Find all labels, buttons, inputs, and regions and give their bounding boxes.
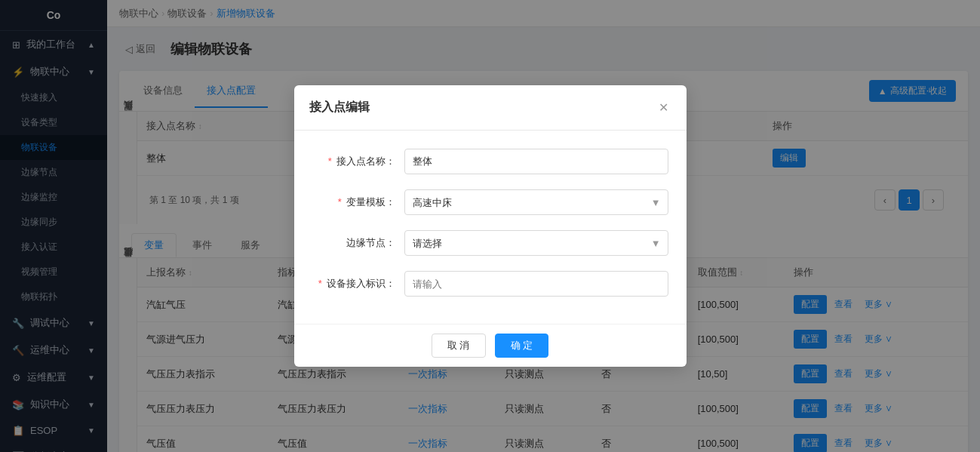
modal-cancel-button[interactable]: 取 消 <box>432 334 486 358</box>
var-template-select[interactable]: 高速中床 <box>404 189 668 215</box>
edge-node-select[interactable]: 请选择 <box>404 230 668 256</box>
device-id-input[interactable] <box>404 271 668 297</box>
edge-node-select-wrapper: 请选择 ▼ <box>404 230 668 256</box>
modal-header: 接入点编辑 ✕ <box>294 85 687 131</box>
modal-overlay[interactable]: 接入点编辑 ✕ * 接入点名称： * 变量模板： 高速中床 <box>0 0 980 452</box>
edge-node-label: 边缘节点： <box>312 236 395 250</box>
access-name-label: * 接入点名称： <box>312 155 395 168</box>
form-row-device-id: * 设备接入标识： <box>312 271 668 297</box>
modal-body: * 接入点名称： * 变量模板： 高速中床 ▼ <box>294 131 687 324</box>
modal-footer: 取 消 确 定 <box>294 324 687 367</box>
device-id-label: * 设备接入标识： <box>312 277 395 291</box>
access-name-input[interactable] <box>404 149 668 174</box>
var-template-select-wrapper: 高速中床 ▼ <box>404 189 668 215</box>
var-template-label-field: * 变量模板： <box>312 195 395 209</box>
modal-confirm-button[interactable]: 确 定 <box>495 334 549 358</box>
access-point-modal: 接入点编辑 ✕ * 接入点名称： * 变量模板： 高速中床 <box>294 85 687 367</box>
modal-title: 接入点编辑 <box>309 100 370 115</box>
modal-close-button[interactable]: ✕ <box>656 97 671 118</box>
form-row-edge-node: 边缘节点： 请选择 ▼ <box>312 230 668 256</box>
form-row-access-name: * 接入点名称： <box>312 149 668 174</box>
form-row-var-template: * 变量模板： 高速中床 ▼ <box>312 189 668 215</box>
